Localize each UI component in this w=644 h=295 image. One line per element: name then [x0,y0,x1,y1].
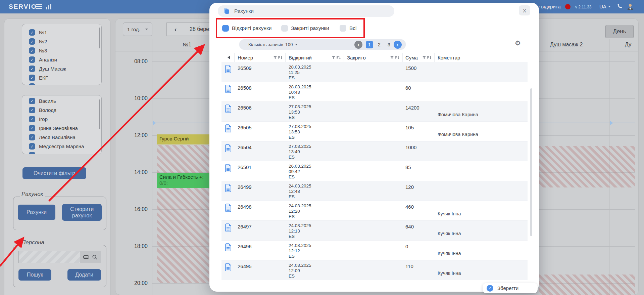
sort-icon[interactable] [395,56,399,59]
checkbox-checked-icon[interactable] [29,75,35,81]
checkbox-checked-icon[interactable] [29,38,35,45]
phone-icon[interactable] [617,3,623,9]
prev-page-button[interactable]: ‹ [354,41,362,49]
checkbox-checked-icon[interactable] [29,98,35,104]
invoice-cell-icon [221,221,235,242]
app-version: v 2.11.33 [575,5,591,9]
invoice-row[interactable]: 26497 24.03.2025 12:13 ES 640 Кучяк Інна [221,221,528,241]
table-header-cell[interactable]: Номер [235,53,286,62]
gear-icon[interactable]: ⚙ [515,39,521,47]
staff-scrollbar[interactable] [99,99,100,129]
invoice-row[interactable]: 26504 27.03.2025 13:49 ES 1000 [221,141,528,161]
invoice-number: 26497 [235,221,286,242]
persona-search-field [18,251,101,263]
checkbox-checked-icon[interactable] [29,29,35,36]
page-number-button[interactable]: 1 [366,41,373,48]
clear-filter-button[interactable]: Очистити фільтр [22,167,86,179]
room-checkbox-row[interactable]: Аналізи [22,55,101,64]
calendar-event[interactable]: Гурєв Сергій [157,134,212,144]
interval-select[interactable]: 1 год. [123,23,152,36]
staff-checkbox-row[interactable]: Леся Василівна [22,133,101,142]
sort-icon[interactable] [337,56,341,59]
modal-scrollbar[interactable] [530,88,532,236]
page-number-button[interactable]: 2 [376,41,383,48]
sort-icon[interactable] [427,56,432,59]
staff-filter-list: Василь Володя Ігор Ірина Зеновії [22,95,102,154]
room-checkbox-row[interactable]: №2 [22,37,101,46]
invoice-row[interactable]: 26508 28.03.2025 10:43 ES 60 [221,82,528,102]
persona-search-input[interactable] [19,251,80,263]
invoice-closed [344,260,403,281]
checkbox-checked-icon[interactable] [29,143,35,150]
table-header-cell[interactable]: Коментар [435,53,528,62]
invoice-row[interactable]: 26499 24.03.2025 12:48 ES 120 [221,181,528,201]
card-reader-icon[interactable] [83,255,89,259]
checkbox-checked-icon[interactable] [29,56,35,63]
checkbox-checked-icon[interactable] [29,107,35,113]
room-label: ЕКГ [39,75,48,81]
invoice-row[interactable]: 26495 24.03.2025 12:09 ES 110 Кучяк Інна [221,260,528,280]
checkbox-checked-icon[interactable] [29,125,35,131]
menu-icon[interactable] [36,4,42,10]
next-page-button[interactable]: › [394,41,402,49]
filter-funnel-icon[interactable] [390,56,394,59]
opened-code: ES [289,155,342,160]
records-count-value[interactable]: 100 [285,42,293,47]
filter-toggle[interactable]: Всі [340,25,357,32]
staff-checkbox-row[interactable]: Медсестра Маряна [22,142,101,151]
checkbox-checked-icon[interactable] [29,66,35,72]
checkbox-checked-icon[interactable] [29,134,35,140]
staff-checkbox-row[interactable]: Ірина Зеновіївна [22,124,101,133]
close-button[interactable]: X [519,5,530,15]
staff-checkbox-row[interactable]: Володя [22,106,101,115]
day-view-button[interactable]: День [605,25,634,38]
toggle-checkbox[interactable] [222,25,229,32]
toggle-checkbox[interactable] [340,25,346,32]
invoice-number: 26498 [235,201,286,222]
table-corner-cell[interactable] [221,53,235,62]
calendar-event[interactable]: Сила и Гибкость +; 0/0: [157,173,212,188]
invoice-row[interactable]: 26506 27.03.2025 13:53 ES 14200 Фомичова… [221,102,528,122]
toggle-checkbox[interactable] [281,25,288,32]
checkbox-checked-icon[interactable] [29,47,35,54]
page-number-button[interactable]: 3 [385,41,393,48]
invoice-row[interactable]: 26496 24.03.2025 12:12 ES 0 Кучяк Інна [221,241,528,260]
stats-icon[interactable] [46,4,52,9]
invoice-row[interactable]: 26501 26.03.2025 09:42 ES 85 [221,161,528,181]
table-header-cell[interactable]: Сума [403,53,435,62]
filter-funnel-icon[interactable] [422,56,426,59]
user-avatar[interactable] [626,3,634,11]
search-icon[interactable] [92,254,98,260]
room-checkbox-row[interactable]: №3 [22,46,101,55]
rooms-scrollbar[interactable] [99,28,100,48]
invoice-row[interactable]: 26509 28.03.2025 11:25 ES 1500 [221,62,528,82]
staff-label: Леся Василівна [39,134,76,140]
room-checkbox-row[interactable]: Душ Масаж [22,64,101,73]
document-icon [225,104,232,113]
invoice-row[interactable]: 26505 27.03.2025 13:53 ES 105 Фомичова К… [221,122,528,141]
sort-icon[interactable] [278,56,283,59]
persona-search-button[interactable]: Пошук [18,269,51,281]
persona-add-button[interactable]: Додати [67,269,101,281]
language-label: UA [599,4,606,9]
filter-toggle[interactable]: Відкриті рахунки [222,25,281,32]
table-header-cell[interactable]: Відкритий [286,53,344,62]
filter-funnel-icon[interactable] [273,56,277,59]
table-header-cell[interactable]: Закрито [344,53,403,62]
room-checkbox-row[interactable]: ЕКГ [22,73,101,82]
room-checkbox-row[interactable]: №1 [22,28,101,37]
filter-funnel-icon[interactable] [332,56,336,59]
language-selector[interactable]: UA [599,4,611,9]
invoice-row[interactable]: 26498 24.03.2025 12:20 ES 460 Кучяк Інна [221,201,528,221]
save-button[interactable]: ✓ Зберегти [483,283,538,293]
invoice-closed [344,62,403,83]
create-invoice-button[interactable]: Створити рахунок [62,204,102,221]
prev-day-button[interactable]: ‹ [166,23,185,36]
invoices-button[interactable]: Рахунки [18,205,55,220]
invoices-table: Номер [221,53,528,280]
invoice-sum: 460 [403,201,435,222]
staff-checkbox-row[interactable]: Василь [22,96,101,106]
checkbox-checked-icon[interactable] [29,116,35,122]
staff-checkbox-row[interactable]: Ігор [22,115,101,124]
filter-toggle[interactable]: Закриті рахунки [281,25,340,32]
